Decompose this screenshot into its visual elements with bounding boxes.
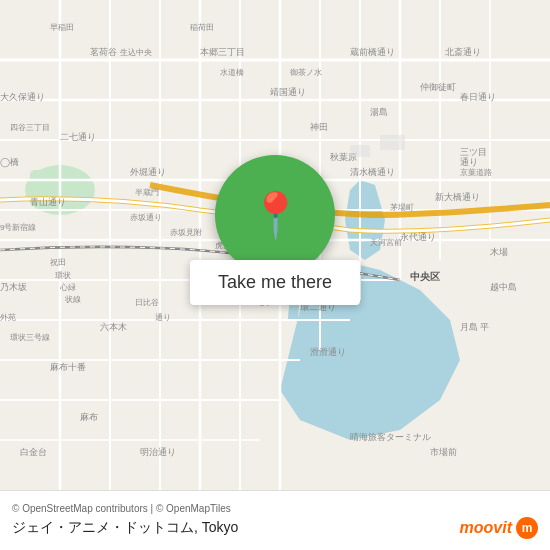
svg-text:心緑: 心緑 [59, 283, 76, 292]
svg-text:通り: 通り [460, 157, 478, 167]
svg-text:仲御徒町: 仲御徒町 [420, 82, 456, 92]
svg-text:越中島: 越中島 [490, 282, 517, 292]
svg-text:環状: 環状 [55, 271, 71, 280]
svg-text:青山通り: 青山通り [30, 197, 66, 207]
svg-text:蔵前橋通り: 蔵前橋通り [350, 47, 395, 57]
svg-text:白金台: 白金台 [20, 447, 47, 457]
svg-text:本郷三丁目: 本郷三丁目 [200, 47, 245, 57]
attribution-text: © OpenStreetMap contributors | © OpenMap… [12, 503, 538, 514]
svg-text:湯島: 湯島 [370, 107, 388, 117]
svg-text:生込中央: 生込中央 [120, 48, 152, 57]
svg-text:御茶ノ水: 御茶ノ水 [290, 68, 322, 77]
svg-text:茗荷谷: 茗荷谷 [90, 47, 117, 57]
moovit-icon-letter: m [522, 521, 533, 535]
moovit-text: moovit [460, 519, 512, 537]
svg-text:麻布: 麻布 [80, 412, 98, 422]
svg-text:日比谷: 日比谷 [135, 298, 159, 307]
svg-text:乃木坂: 乃木坂 [0, 282, 27, 292]
svg-text:半蔵門: 半蔵門 [135, 188, 159, 197]
take-me-there-button[interactable]: Take me there [190, 260, 360, 305]
svg-text:神田: 神田 [310, 122, 328, 132]
take-me-there-overlay: 📍 Take me there [190, 155, 360, 305]
svg-text:状線: 状線 [64, 295, 81, 304]
svg-text:月島: 月島 [460, 322, 478, 332]
svg-text:環状三号線: 環状三号線 [10, 333, 50, 342]
svg-text:大久保通り: 大久保通り [0, 92, 45, 102]
svg-rect-91 [380, 135, 405, 150]
location-pin-icon: 📍 [248, 193, 303, 237]
svg-text:永代通り: 永代通り [400, 232, 436, 242]
svg-rect-8 [30, 170, 80, 200]
svg-text:平: 平 [480, 322, 489, 332]
svg-text:靖国通り: 靖国通り [270, 87, 306, 97]
svg-text:京葉道路: 京葉道路 [460, 168, 492, 177]
location-name: ジェイ・アニメ・ドットコム, Tokyo [12, 519, 238, 537]
svg-text:滑滑通り: 滑滑通り [310, 347, 346, 357]
svg-text:水道橋: 水道橋 [220, 68, 244, 77]
svg-text:祝田: 祝田 [50, 258, 66, 267]
svg-text:麻布十番: 麻布十番 [50, 362, 86, 372]
moovit-logo: moovit m [460, 517, 538, 539]
pin-circle: 📍 [215, 155, 335, 275]
moovit-icon: m [516, 517, 538, 539]
bottom-bar: © OpenStreetMap contributors | © OpenMap… [0, 490, 550, 550]
svg-text:晴海旅客ターミナル: 晴海旅客ターミナル [350, 432, 431, 442]
svg-text:新大橋通り: 新大橋通り [435, 192, 480, 202]
svg-text:木場: 木場 [490, 247, 508, 257]
svg-text:◯橋: ◯橋 [0, 157, 19, 168]
svg-text:外堀通り: 外堀通り [130, 167, 166, 177]
svg-text:通り: 通り [155, 313, 171, 322]
svg-text:三ツ目: 三ツ目 [460, 147, 487, 157]
map-container: 靖国通り 外堀通り 青山通り 清水橋通り 永代通り 春日通り 蔵前橋通り 本郷三… [0, 0, 550, 490]
svg-text:二七通り: 二七通り [60, 132, 96, 142]
svg-text:赤坂通り: 赤坂通り [130, 213, 162, 222]
svg-text:春日通り: 春日通り [460, 92, 496, 102]
svg-text:早稲田: 早稲田 [50, 23, 74, 32]
svg-text:茅場町: 茅場町 [390, 203, 414, 212]
location-row: ジェイ・アニメ・ドットコム, Tokyo moovit m [12, 517, 538, 539]
svg-text:明治通り: 明治通り [140, 447, 176, 457]
svg-text:9号新宿線: 9号新宿線 [0, 223, 36, 232]
svg-text:六本木: 六本木 [100, 322, 127, 332]
svg-text:天河宮前: 天河宮前 [370, 238, 402, 247]
svg-text:外苑: 外苑 [0, 313, 16, 322]
svg-text:四谷三丁目: 四谷三丁目 [10, 123, 50, 132]
svg-text:中央区: 中央区 [410, 271, 440, 282]
svg-text:北斎通り: 北斎通り [445, 47, 481, 57]
svg-text:稲荷田: 稲荷田 [190, 23, 214, 32]
svg-text:市場前: 市場前 [430, 447, 457, 457]
